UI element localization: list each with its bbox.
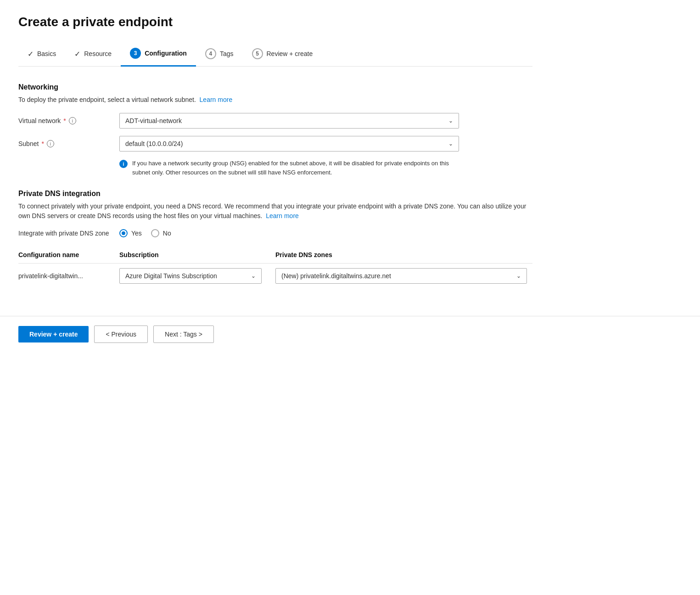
step-label-basics: Basics	[37, 50, 56, 57]
dns-table-header: Configuration name Subscription Private …	[18, 247, 532, 264]
page-title: Create a private endpoint	[18, 15, 532, 29]
vnet-required-star: *	[63, 117, 66, 124]
vnet-dropdown-arrow: ⌄	[448, 118, 453, 124]
next-button[interactable]: Next : Tags >	[153, 326, 214, 343]
radio-no[interactable]: No	[151, 229, 171, 237]
previous-button[interactable]: < Previous	[94, 326, 148, 343]
nsg-info-text: If you have a network security group (NS…	[132, 159, 459, 177]
radio-no-circle	[151, 229, 159, 237]
step-configuration[interactable]: 3 Configuration	[121, 42, 196, 67]
radio-yes[interactable]: Yes	[119, 229, 142, 237]
step-resource[interactable]: ✓ Resource	[65, 44, 121, 65]
zone-dropdown-arrow: ⌄	[516, 273, 521, 279]
step-label-configuration: Configuration	[145, 50, 187, 57]
dns-integrate-label: Integrate with private DNS zone	[18, 230, 119, 237]
subnet-control: default (10.0.0.0/24) ⌄	[119, 136, 459, 152]
step-review[interactable]: 5 Review + create	[243, 43, 322, 66]
step-basics[interactable]: ✓ Basics	[18, 44, 65, 65]
virtual-network-label: Virtual network * i	[18, 117, 119, 124]
dns-row-zone[interactable]: (New) privatelink.digitaltwins.azure.net…	[275, 264, 532, 289]
step-label-tags: Tags	[220, 50, 234, 57]
networking-learn-more[interactable]: Learn more	[200, 96, 233, 103]
subnet-row: Subnet * i default (10.0.0.0/24) ⌄	[18, 136, 532, 152]
radio-yes-circle	[119, 229, 128, 237]
networking-section: Networking To deploy the private endpoin…	[18, 83, 532, 177]
dns-radio-group: Yes No	[119, 229, 171, 237]
step-number-tags: 4	[205, 48, 216, 59]
dns-table: Configuration name Subscription Private …	[18, 247, 532, 288]
subnet-dropdown-arrow: ⌄	[448, 140, 453, 147]
wizard-steps: ✓ Basics ✓ Resource 3 Configuration 4 Ta…	[18, 42, 532, 67]
step-tags[interactable]: 4 Tags	[196, 43, 243, 66]
check-icon-resource: ✓	[74, 50, 80, 58]
dns-learn-more[interactable]: Learn more	[266, 212, 299, 219]
subnet-info-icon[interactable]: i	[47, 140, 54, 147]
footer-bar: Review + create < Previous Next : Tags >	[0, 316, 700, 352]
dns-integrate-row: Integrate with private DNS zone Yes No	[18, 229, 532, 237]
radio-yes-dot	[122, 231, 125, 235]
step-label-resource: Resource	[84, 50, 112, 57]
col-header-zones: Private DNS zones	[275, 247, 532, 264]
dns-title: Private DNS integration	[18, 190, 532, 198]
check-icon-basics: ✓	[28, 50, 34, 58]
radio-no-label: No	[163, 230, 171, 237]
sub-dropdown-arrow: ⌄	[251, 273, 256, 279]
nsg-info-box: i If you have a network security group (…	[119, 159, 459, 177]
subnet-select[interactable]: default (10.0.0.0/24) ⌄	[119, 136, 459, 152]
networking-title: Networking	[18, 83, 532, 91]
vnet-info-icon[interactable]: i	[69, 117, 76, 124]
virtual-network-row: Virtual network * i ADT-virtual-network …	[18, 113, 532, 129]
radio-yes-label: Yes	[131, 230, 142, 237]
step-number-configuration: 3	[130, 48, 141, 59]
dns-table-row: privatelink-digitaltwin...Azure Digital …	[18, 264, 532, 289]
step-label-review: Review + create	[267, 50, 313, 57]
virtual-network-control: ADT-virtual-network ⌄	[119, 113, 459, 129]
dns-row-subscription[interactable]: Azure Digital Twins Subscription⌄	[119, 264, 275, 289]
dns-description: To connect privately with your private e…	[18, 202, 532, 221]
dns-section: Private DNS integration To connect priva…	[18, 190, 532, 288]
virtual-network-select[interactable]: ADT-virtual-network ⌄	[119, 113, 459, 129]
subnet-required-star: *	[41, 140, 44, 147]
nsg-info-icon-blue: i	[119, 160, 128, 168]
col-header-sub: Subscription	[119, 247, 275, 264]
subnet-label: Subnet * i	[18, 140, 119, 147]
networking-description: To deploy the private endpoint, select a…	[18, 95, 532, 105]
col-header-name: Configuration name	[18, 247, 119, 264]
review-create-button[interactable]: Review + create	[18, 326, 89, 342]
step-number-review: 5	[252, 48, 263, 59]
dns-row-name: privatelink-digitaltwin...	[18, 264, 119, 289]
